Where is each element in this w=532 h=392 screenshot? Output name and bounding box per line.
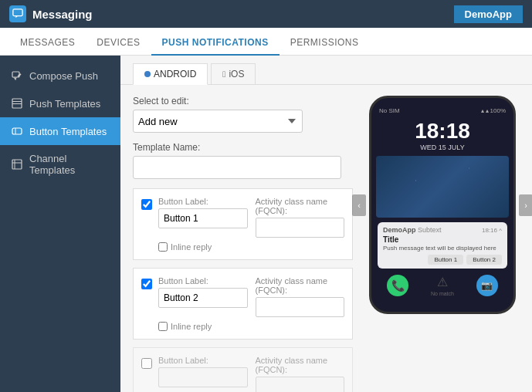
button-2-checkbox[interactable]: [141, 279, 152, 289]
sidebar-label-channel-templates: Channel Templates: [29, 153, 110, 176]
button-2-inline-reply-row: Inline reply: [158, 322, 344, 331]
battery-icon: 100%: [490, 107, 506, 114]
button-2-fields: Button Label: Activity class name (FQCN)…: [158, 276, 344, 331]
button-block-2: Button Label: Activity class name (FQCN)…: [133, 268, 353, 340]
phone-call-icon: 📞: [387, 275, 408, 296]
phone-bottom: 📞 ⚠ No match 📷: [376, 272, 509, 296]
phone-status-icons: ▴ ▴ 100%: [481, 107, 506, 114]
button-2-input[interactable]: [158, 288, 248, 308]
select-label: Select to edit:: [133, 96, 353, 106]
sidebar: Compose Push Push Templates Button Templ…: [0, 56, 120, 392]
phone-mockup: No SIM ▴ ▴ 100% 18:18 WED 15 JULY: [369, 96, 516, 314]
button-3-fqcn-label: Activity class name (FQCN):: [256, 356, 345, 374]
ios-tab-label: iOS: [229, 69, 244, 79]
notif-expand-icon: ^: [499, 227, 502, 234]
button-2-fqcn-label: Activity class name (FQCN):: [256, 276, 345, 295]
button-3-label-col: Button Label:: [158, 356, 248, 392]
template-name-label: Template Name:: [133, 142, 353, 153]
button-2-fqcn-input[interactable]: [256, 297, 345, 317]
phone-area: No SIM ▴ ▴ 100% 18:18 WED 15 JULY: [365, 96, 520, 392]
button-1-fqcn-input[interactable]: [256, 218, 345, 238]
tab-push-notifications[interactable]: PUSH NOTIFICATIONS: [151, 31, 280, 56]
compose-icon: [11, 69, 23, 82]
button-3-label-text: Button Label:: [158, 356, 248, 365]
notif-button-2[interactable]: Button 2: [466, 255, 502, 265]
phone-carrier: No SIM: [379, 107, 400, 114]
sidebar-item-push-templates[interactable]: Push Templates: [0, 90, 120, 117]
tab-permissions[interactable]: PERMISSIONS: [280, 31, 370, 56]
tab-devices[interactable]: DEVICES: [86, 31, 151, 56]
svg-rect-5: [12, 128, 22, 134]
sidebar-label-push-templates: Push Templates: [29, 98, 100, 110]
next-arrow[interactable]: ›: [519, 194, 532, 216]
no-match-area: ⚠ No match: [431, 275, 454, 296]
notif-time: 18:16 ^: [482, 227, 502, 234]
button-2-row: Button Label: Activity class name (FQCN)…: [158, 276, 344, 317]
channel-icon: [11, 158, 23, 171]
phone-date: WED 15 JULY: [376, 144, 509, 151]
button-1-inline-reply-row: Inline reply: [158, 242, 344, 252]
notif-title: Title: [383, 235, 502, 244]
template-name-input[interactable]: [133, 156, 341, 179]
button-1-inline-checkbox[interactable]: [158, 242, 168, 252]
main-content: ANDROID  iOS Select to edit: Add new: [120, 56, 532, 392]
svg-rect-0: [13, 9, 22, 16]
button-1-fqcn-col: Activity class name (FQCN):: [256, 197, 345, 238]
notif-header: DemoApp Subtext 18:16 ^: [383, 226, 502, 234]
select-wrapper: Add new: [133, 110, 303, 133]
notif-app: DemoApp Subtext: [383, 226, 442, 234]
app-icon: [9, 5, 26, 22]
tab-messages[interactable]: MESSAGES: [9, 31, 86, 56]
button-1-row: Button Label: Activity class name (FQCN)…: [158, 197, 344, 238]
nav-tabs: MESSAGES DEVICES PUSH NOTIFICATIONS PERM…: [0, 28, 532, 56]
button-3-checkbox[interactable]: [141, 358, 152, 369]
notification-card: DemoApp Subtext 18:16 ^ Title Push messa…: [378, 222, 507, 269]
no-match-icon: ⚠: [437, 275, 448, 289]
button-1-fqcn-label: Activity class name (FQCN):: [256, 197, 345, 215]
app-name-badge: DemoApp: [454, 5, 523, 23]
button-2-inline-label: Inline reply: [171, 322, 212, 331]
no-match-text: No match: [431, 291, 454, 296]
button-3-fqcn-input: [256, 377, 345, 392]
notif-text: Push message text will be displayed here: [383, 245, 502, 252]
top-bar-left: Messaging: [9, 5, 93, 22]
button-2-inline-checkbox[interactable]: [158, 322, 168, 331]
button-1-input[interactable]: [158, 208, 248, 228]
notif-button-1[interactable]: Button 1: [428, 255, 463, 265]
tab-ios[interactable]:  iOS: [211, 63, 256, 84]
top-bar: Messaging DemoApp: [0, 0, 532, 28]
button-3-input: [158, 367, 248, 387]
platform-tabs: ANDROID  iOS: [120, 56, 532, 85]
button-2-label-text: Button Label:: [158, 276, 248, 286]
button-1-inline-label: Inline reply: [171, 242, 212, 252]
sidebar-label-compose-push: Compose Push: [29, 70, 98, 82]
button-1-checkbox[interactable]: [141, 199, 152, 210]
button-2-fqcn-col: Activity class name (FQCN):: [256, 276, 345, 317]
sidebar-label-button-templates: Button Templates: [29, 126, 107, 137]
button-3-fqcn-col: Activity class name (FQCN):: [256, 356, 345, 392]
select-group: Select to edit: Add new: [133, 96, 353, 133]
button-1-fields: Button Label: Activity class name (FQCN)…: [158, 197, 344, 252]
svg-rect-7: [12, 160, 22, 169]
ios-icon: : [222, 69, 225, 79]
sidebar-item-compose-push[interactable]: Compose Push: [0, 62, 120, 90]
form-area: Select to edit: Add new Template Name:: [120, 85, 532, 392]
button-1-label-text: Button Label:: [158, 197, 248, 206]
phone-camera-icon: 📷: [476, 275, 498, 296]
sidebar-item-channel-templates[interactable]: Channel Templates: [0, 145, 120, 184]
button-icon: [11, 125, 23, 137]
form-left: Select to edit: Add new Template Name:: [133, 96, 353, 392]
main-layout: Compose Push Push Templates Button Templ…: [0, 56, 532, 392]
button-3-row: Button Label: Activity class name (FQCN)…: [158, 356, 344, 392]
prev-arrow[interactable]: ‹: [352, 194, 366, 216]
tab-android[interactable]: ANDROID: [133, 63, 208, 85]
wifi-icon: ▴: [481, 107, 484, 114]
sidebar-item-button-templates[interactable]: Button Templates: [0, 117, 120, 145]
template-icon: [11, 97, 23, 110]
notif-buttons: Button 1 Button 2: [383, 255, 502, 265]
button-block-3: Button Label: Activity class name (FQCN)…: [133, 347, 353, 392]
select-edit[interactable]: Add new: [133, 110, 303, 133]
phone-bg-stars: [376, 156, 509, 218]
phone-container: No SIM ▴ ▴ 100% 18:18 WED 15 JULY: [369, 96, 516, 314]
android-tab-label: ANDROID: [154, 69, 196, 79]
